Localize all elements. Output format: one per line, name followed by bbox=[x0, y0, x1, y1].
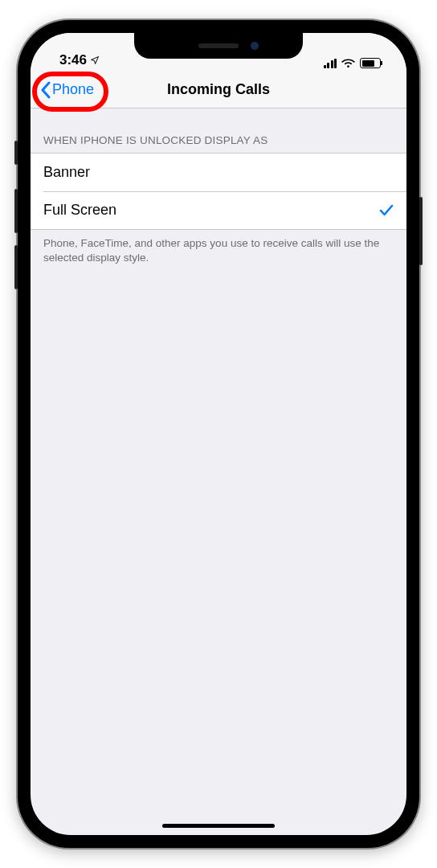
phone-frame: 3:46 bbox=[18, 20, 419, 848]
option-list: Banner Full Screen bbox=[31, 153, 406, 230]
status-time: 3:46 bbox=[59, 52, 87, 68]
option-label: Banner bbox=[43, 164, 90, 181]
option-full-screen[interactable]: Full Screen bbox=[31, 191, 406, 229]
home-indicator[interactable] bbox=[162, 824, 275, 828]
back-button-label: Phone bbox=[52, 81, 94, 98]
chevron-left-icon bbox=[40, 81, 51, 99]
volume-up-button bbox=[14, 189, 18, 233]
back-button[interactable]: Phone bbox=[39, 78, 102, 102]
front-camera bbox=[251, 42, 259, 50]
option-label: Full Screen bbox=[43, 202, 116, 219]
wifi-icon bbox=[341, 58, 355, 68]
checkmark-icon bbox=[379, 204, 394, 217]
power-button bbox=[419, 197, 423, 265]
volume-down-button bbox=[14, 245, 18, 289]
notch bbox=[134, 33, 303, 59]
mute-switch bbox=[14, 141, 18, 165]
screen: 3:46 bbox=[31, 33, 406, 835]
battery-icon bbox=[360, 58, 381, 68]
cellular-signal-icon bbox=[324, 59, 337, 68]
status-right bbox=[324, 58, 388, 68]
speaker bbox=[198, 43, 239, 48]
section-footer: Phone, FaceTime, and other apps you use … bbox=[31, 230, 406, 272]
navigation-bar: Phone Incoming Calls bbox=[31, 72, 406, 108]
content: WHEN IPHONE IS UNLOCKED DISPLAY AS Banne… bbox=[31, 108, 406, 272]
section-header: WHEN IPHONE IS UNLOCKED DISPLAY AS bbox=[31, 108, 406, 153]
status-left: 3:46 bbox=[50, 52, 100, 68]
location-icon bbox=[90, 55, 100, 65]
option-banner[interactable]: Banner bbox=[31, 154, 406, 191]
